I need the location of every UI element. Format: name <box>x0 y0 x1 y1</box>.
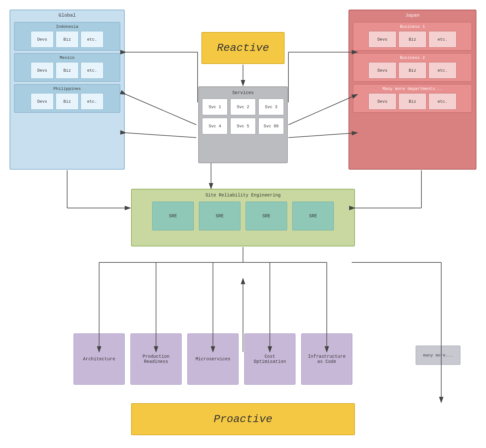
business-more-items: Devs Biz etc. <box>356 93 469 110</box>
proactive-box: Proactive <box>131 403 355 435</box>
global-box: Global Indonesia Devs Biz etc. Mexico De… <box>10 10 125 170</box>
sre-item-4: SRE <box>292 202 334 230</box>
services-title: Services <box>202 90 284 95</box>
svc-item-5: Svc 5 <box>230 118 256 134</box>
business-1-title: Business 1 <box>356 24 469 29</box>
sre-item-3: SRE <box>246 202 287 230</box>
business-2-box: Business 2 Devs Biz etc. <box>353 53 472 82</box>
region-item: Biz <box>56 62 79 79</box>
services-box: Services Svc 1 Svc 2 Svc 3 Svc 4 Svc 5 S… <box>198 86 288 163</box>
japan-title: Japan <box>349 10 476 20</box>
region-mexico-items: Devs Biz etc. <box>17 62 117 79</box>
sre-title: Site Reliability Engineering <box>137 193 349 198</box>
bottom-item-infrastructure-as-code: Infrastructureas Code <box>301 333 352 385</box>
business-2-items: Devs Biz etc. <box>356 62 469 79</box>
svc-item-3: Svc 3 <box>258 99 284 115</box>
diagram-container: Global Indonesia Devs Biz etc. Mexico De… <box>0 0 486 448</box>
region-item: Devs <box>31 31 54 48</box>
many-more-label: many more... <box>423 353 453 358</box>
reactive-label: Reactive <box>217 42 269 54</box>
sre-item-1: SRE <box>152 202 194 230</box>
many-more-box: many more... <box>416 346 460 365</box>
region-item: Biz <box>56 31 79 48</box>
business-item: Devs <box>368 62 396 79</box>
services-grid: Svc 1 Svc 2 Svc 3 Svc 4 Svc 5 Svc 99 <box>202 99 284 134</box>
region-item: etc. <box>81 31 104 48</box>
business-item: Biz <box>398 93 427 110</box>
region-mexico: Mexico Devs Biz etc. <box>14 53 120 82</box>
business-item: etc. <box>428 93 457 110</box>
proactive-label: Proactive <box>214 413 272 425</box>
region-indonesia-items: Devs Biz etc. <box>17 31 117 48</box>
business-item: etc. <box>428 62 457 79</box>
region-item: Biz <box>56 93 79 110</box>
region-item: Devs <box>31 93 54 110</box>
bottom-item-microservices: Microservices <box>187 333 239 385</box>
japan-box: Japan Business 1 Devs Biz etc. Business … <box>349 10 476 170</box>
bottom-item-cost-optimisation: CostOptimisation <box>244 333 295 385</box>
global-title: Global <box>10 10 124 20</box>
region-item: etc. <box>81 93 104 110</box>
reactive-box: Reactive <box>201 32 285 64</box>
business-1-items: Devs Biz etc. <box>356 31 469 48</box>
business-item: Devs <box>368 31 396 48</box>
region-mexico-title: Mexico <box>17 55 117 60</box>
business-item: Devs <box>368 93 396 110</box>
svc-item-4: Svc 4 <box>202 118 228 134</box>
bottom-items-row: Architecture ProductionReadiness Microse… <box>74 333 412 385</box>
svg-line-5 <box>126 133 196 138</box>
region-philippines: Philippines Devs Biz etc. <box>14 84 120 113</box>
svc-item-2: Svc 2 <box>230 99 256 115</box>
business-item: Biz <box>398 31 427 48</box>
sre-item-2: SRE <box>199 202 240 230</box>
svg-line-9 <box>288 133 357 138</box>
region-item: Devs <box>31 62 54 79</box>
region-item: etc. <box>81 62 104 79</box>
svg-line-4 <box>126 94 196 125</box>
sre-container: Site Reliability Engineering SRE SRE SRE… <box>131 189 355 246</box>
business-item: Biz <box>398 62 427 79</box>
svg-line-8 <box>288 94 357 125</box>
bottom-item-production-readiness: ProductionReadiness <box>130 333 182 385</box>
business-more-box: Many more departments... Devs Biz etc. <box>353 84 472 113</box>
region-philippines-items: Devs Biz etc. <box>17 93 117 110</box>
region-philippines-title: Philippines <box>17 86 117 91</box>
business-item: etc. <box>428 31 457 48</box>
business-2-title: Business 2 <box>356 55 469 60</box>
business-1-box: Business 1 Devs Biz etc. <box>353 22 472 51</box>
region-indonesia: Indonesia Devs Biz etc. <box>14 22 120 51</box>
region-indonesia-title: Indonesia <box>17 24 117 29</box>
svc-item-99: Svc 99 <box>258 118 284 134</box>
business-more-title: Many more departments... <box>356 86 469 91</box>
bottom-item-architecture: Architecture <box>74 333 125 385</box>
svc-item-1: Svc 1 <box>202 99 228 115</box>
sre-items: SRE SRE SRE SRE <box>137 202 349 230</box>
